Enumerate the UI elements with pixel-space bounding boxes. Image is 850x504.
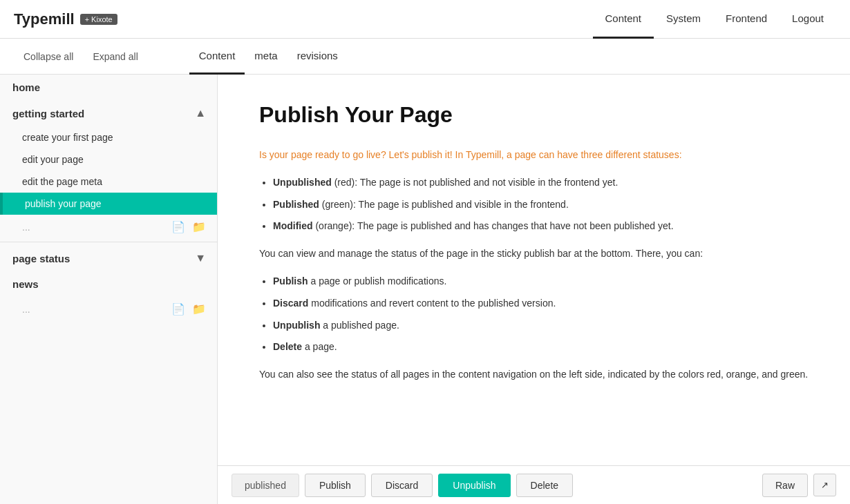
manage-paragraph: You can view and manage the status of th…	[259, 246, 809, 262]
status-modified-term: Modified	[273, 220, 313, 231]
publish-button[interactable]: Publish	[305, 474, 366, 497]
action-delete: Delete a page.	[273, 339, 809, 356]
actions-list: Publish a page or publish modifications.…	[273, 273, 809, 356]
sidebar-item-edit-page-meta[interactable]: edit the page meta	[0, 171, 217, 193]
action-unpublish: Unpublish a published page.	[273, 318, 809, 334]
nav-logout[interactable]: Logout	[780, 0, 836, 39]
action-discard-desc: modifications and revert content to the …	[311, 298, 556, 309]
sidebar-placeholder-1: ... 📄 📁	[0, 215, 217, 239]
footer-paragraph: You can also see the status of all pages…	[259, 367, 809, 383]
tab-content[interactable]: Content	[189, 39, 245, 75]
sidebar-item-publish-page[interactable]: publish your page	[0, 193, 217, 215]
collapse-all-button[interactable]: Collapse all	[14, 47, 83, 66]
action-unpublish-desc: a published page.	[323, 320, 399, 331]
sidebar: home getting started ▲ create your first…	[0, 75, 218, 504]
sidebar-item-create-first-page[interactable]: create your first page	[0, 126, 217, 148]
publish-status-badge: published	[232, 474, 299, 497]
status-published: Published (green): The page is published…	[273, 197, 809, 213]
nav-links: Content System Frontend Logout	[593, 0, 837, 39]
sidebar-news-label: news	[12, 278, 39, 290]
status-modified-desc: The page is published and has changes th…	[357, 220, 674, 231]
tab-meta[interactable]: meta	[245, 39, 287, 75]
status-unpublished: Unpublished (red): The page is not publi…	[273, 175, 809, 191]
folder-icon-2[interactable]: 📁	[192, 302, 206, 316]
top-nav: Typemill + Kixote Content System Fronten…	[0, 0, 850, 39]
status-modified: Modified (orange): The page is published…	[273, 218, 809, 235]
status-list: Unpublished (red): The page is not publi…	[273, 175, 809, 235]
file-icon[interactable]: 📄	[171, 220, 185, 233]
nav-frontend[interactable]: Frontend	[713, 0, 780, 39]
toolbar-buttons: Collapse all Expand all	[14, 47, 148, 66]
sidebar-item-page-status[interactable]: page status ▼	[0, 245, 217, 271]
sidebar-item-getting-started[interactable]: getting started ▲	[0, 100, 217, 126]
intro-paragraph: Is your page ready to go live? Let's pub…	[259, 147, 809, 164]
folder-icon[interactable]: 📁	[192, 220, 206, 233]
nav-system[interactable]: System	[654, 0, 713, 39]
file-icon-2[interactable]: 📄	[171, 302, 185, 316]
action-publish-term: Publish	[273, 275, 308, 287]
brand: Typemill + Kixote	[14, 10, 117, 28]
sidebar-toggle-icon: ▲	[195, 107, 206, 119]
status-modified-note: (orange):	[315, 220, 357, 231]
sidebar-placeholder-2-text: ...	[22, 304, 30, 315]
page-title: Publish Your Page	[259, 102, 809, 128]
content-area: Publish Your Page Is your page ready to …	[218, 75, 850, 504]
unpublish-button[interactable]: Unpublish	[438, 474, 510, 497]
sidebar-edit-page-meta-label: edit the page meta	[22, 176, 102, 187]
status-published-desc: The page is published and visible in the…	[358, 199, 568, 210]
status-published-term: Published	[273, 199, 319, 210]
brand-badge: + Kixote	[80, 14, 117, 25]
action-unpublish-term: Unpublish	[273, 320, 320, 331]
action-discard: Discard modifications and revert content…	[273, 295, 809, 312]
publish-bar: published Publish Discard Unpublish Dele…	[218, 465, 850, 504]
delete-button[interactable]: Delete	[516, 474, 573, 497]
action-discard-term: Discard	[273, 298, 308, 309]
tab-group: Content meta revisions	[189, 39, 348, 75]
status-unpublished-note: (red):	[334, 177, 360, 188]
nav-content[interactable]: Content	[593, 0, 654, 39]
status-published-note: (green):	[322, 199, 359, 210]
sidebar-publish-page-label: publish your page	[25, 198, 102, 209]
external-link-button[interactable]: ↗	[813, 474, 836, 496]
sidebar-item-edit-page[interactable]: edit your page	[0, 148, 217, 171]
discard-button[interactable]: Discard	[371, 474, 433, 497]
intro-text: Is your page ready to go live? Let's pub…	[259, 149, 682, 160]
main-layout: home getting started ▲ create your first…	[0, 75, 850, 504]
sidebar-placeholder-2: ... 📄 📁	[0, 297, 217, 321]
action-publish-desc: a page or publish modifications.	[310, 275, 446, 287]
status-unpublished-desc: The page is not published and not visibl…	[360, 177, 618, 188]
sidebar-edit-page-label: edit your page	[22, 154, 84, 165]
sidebar-create-first-page-label: create your first page	[22, 132, 113, 143]
raw-button[interactable]: Raw	[762, 474, 808, 497]
sidebar-home-label: home	[12, 81, 40, 93]
action-publish: Publish a page or publish modifications.	[273, 273, 809, 290]
brand-title: Typemill	[14, 10, 75, 28]
sidebar-item-home[interactable]: home	[0, 75, 217, 100]
sidebar-toggle-page-status-icon: ▼	[195, 252, 206, 264]
sidebar-divider-1	[0, 242, 217, 242]
sidebar-placeholder-1-text: ...	[22, 222, 30, 233]
sidebar-page-status-label: page status	[12, 253, 70, 264]
status-unpublished-term: Unpublished	[273, 177, 332, 188]
sidebar-item-news[interactable]: news	[0, 271, 217, 297]
action-delete-desc: a page.	[305, 341, 337, 352]
action-delete-term: Delete	[273, 341, 302, 352]
sub-header: Collapse all Expand all Content meta rev…	[0, 39, 850, 75]
sidebar-getting-started-label: getting started	[12, 108, 84, 119]
expand-all-button[interactable]: Expand all	[83, 47, 147, 66]
tab-revisions[interactable]: revisions	[287, 39, 348, 75]
